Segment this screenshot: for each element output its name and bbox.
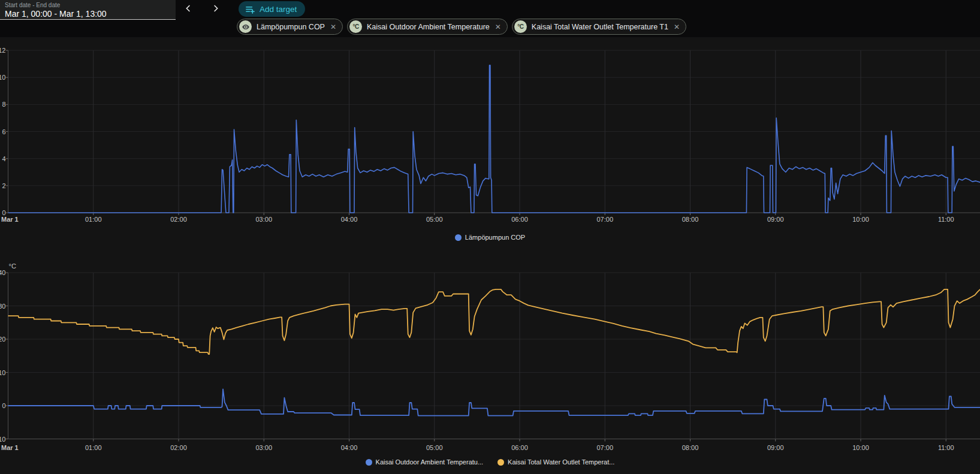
eye-icon [242, 23, 250, 31]
svg-text:05:00: 05:00 [426, 444, 443, 451]
svg-text:04:00: 04:00 [341, 444, 358, 451]
legend-item[interactable]: Kaisai Outdoor Ambient Temperatu... [366, 458, 484, 466]
series-kaisai-outdoor-ambient-temperature [8, 389, 980, 415]
legend-dot [366, 459, 372, 466]
prev-period-button[interactable] [180, 1, 197, 16]
svg-text:03:00: 03:00 [255, 216, 272, 223]
toolbar: Start date - End date Mar 1, 00:00 - Mar… [0, 0, 980, 37]
legend-item[interactable]: Lämpöpumpun COP [455, 234, 525, 241]
svg-text:06:00: 06:00 [511, 216, 528, 223]
date-range-label: Start date - End date [5, 2, 171, 8]
svg-text:05:00: 05:00 [426, 216, 443, 223]
svg-text:09:00: 09:00 [767, 444, 784, 451]
svg-text:20: 20 [0, 336, 6, 343]
target-chip-1[interactable]: °CKaisai Outdoor Ambient Temperature✕ [347, 19, 508, 35]
svg-text:07:00: 07:00 [596, 216, 613, 223]
svg-text:Mar 1: Mar 1 [1, 216, 19, 223]
target-chips: Lämpöpumpun COP✕°CKaisai Outdoor Ambient… [237, 19, 686, 35]
date-range-value: Mar 1, 00:00 - Mar 1, 13:00 [5, 9, 171, 19]
svg-text:°C: °C [9, 262, 16, 270]
legend-dot [497, 459, 504, 466]
svg-text:2: 2 [2, 182, 5, 189]
svg-text:04:00: 04:00 [341, 216, 358, 223]
series-lämpöpumpun-cop [8, 65, 980, 213]
eye-icon-avatar [239, 20, 252, 33]
cop-chart-legend: Lämpöpumpun COP [0, 234, 980, 241]
temperature-chart-canvas[interactable]: -10010203040Mar 101:0002:0003:0004:0005:… [0, 255, 980, 455]
chevron-right-icon [210, 3, 221, 14]
svg-text:10:00: 10:00 [852, 216, 869, 223]
svg-text:07:00: 07:00 [596, 444, 613, 451]
svg-text:Mar 1: Mar 1 [1, 444, 19, 451]
playlist-add-icon [245, 4, 255, 14]
svg-text:02:00: 02:00 [170, 444, 187, 451]
svg-text:0: 0 [2, 402, 5, 409]
target-chip-label: Kaisai Total Water Outlet Temperature T1 [532, 23, 668, 31]
legend-label: Kaisai Outdoor Ambient Temperatu... [376, 458, 484, 466]
temperature-chart-legend: Kaisai Outdoor Ambient Temperatu...Kaisa… [0, 458, 980, 466]
svg-text:02:00: 02:00 [170, 216, 187, 223]
chip-close-icon[interactable]: ✕ [494, 23, 502, 31]
chip-close-icon[interactable]: ✕ [330, 23, 337, 31]
svg-text:10:00: 10:00 [852, 444, 869, 451]
svg-text:01:00: 01:00 [85, 444, 102, 451]
next-period-button[interactable] [207, 1, 224, 16]
chevron-left-icon [183, 3, 194, 14]
history-panel: Start date - End date Mar 1, 00:00 - Mar… [0, 0, 980, 474]
svg-text:08:00: 08:00 [682, 216, 699, 223]
chip-close-icon[interactable]: ✕ [673, 23, 680, 31]
svg-text:6: 6 [2, 128, 5, 135]
legend-dot [455, 234, 462, 241]
target-chip-label: Kaisai Outdoor Ambient Temperature [367, 23, 490, 31]
svg-text:12: 12 [0, 47, 6, 54]
svg-text:10: 10 [0, 74, 6, 81]
svg-text:08:00: 08:00 [682, 444, 699, 451]
add-target-label: Add target [260, 5, 297, 14]
svg-text:-10: -10 [0, 436, 6, 443]
svg-text:40: 40 [0, 269, 6, 276]
celsius-icon-avatar: °C [514, 20, 527, 33]
target-chip-0[interactable]: Lämpöpumpun COP✕ [237, 19, 343, 35]
add-target-button[interactable]: Add target [239, 1, 305, 17]
legend-label: Kaisai Total Water Outlet Temperat... [508, 458, 614, 466]
celsius-icon-avatar: °C [349, 20, 362, 33]
svg-text:8: 8 [2, 101, 5, 108]
svg-text:01:00: 01:00 [85, 216, 102, 223]
svg-text:4: 4 [2, 155, 5, 162]
svg-text:11:00: 11:00 [938, 444, 954, 451]
series-kaisai-total-water-outlet-temperature-t1 [8, 289, 980, 354]
cop-chart-canvas[interactable]: 024681012Mar 101:0002:0003:0004:0005:000… [0, 42, 980, 229]
target-chip-label: Lämpöpumpun COP [257, 23, 325, 31]
svg-text:09:00: 09:00 [767, 216, 784, 223]
date-range-field[interactable]: Start date - End date Mar 1, 00:00 - Mar… [0, 0, 176, 20]
svg-text:06:00: 06:00 [511, 444, 528, 451]
legend-item[interactable]: Kaisai Total Water Outlet Temperat... [497, 458, 614, 466]
svg-text:30: 30 [0, 303, 6, 310]
legend-label: Lämpöpumpun COP [465, 234, 525, 241]
target-chip-2[interactable]: °CKaisai Total Water Outlet Temperature … [512, 19, 686, 35]
svg-text:11:00: 11:00 [938, 216, 954, 223]
svg-text:10: 10 [0, 369, 6, 376]
svg-text:03:00: 03:00 [255, 444, 272, 451]
